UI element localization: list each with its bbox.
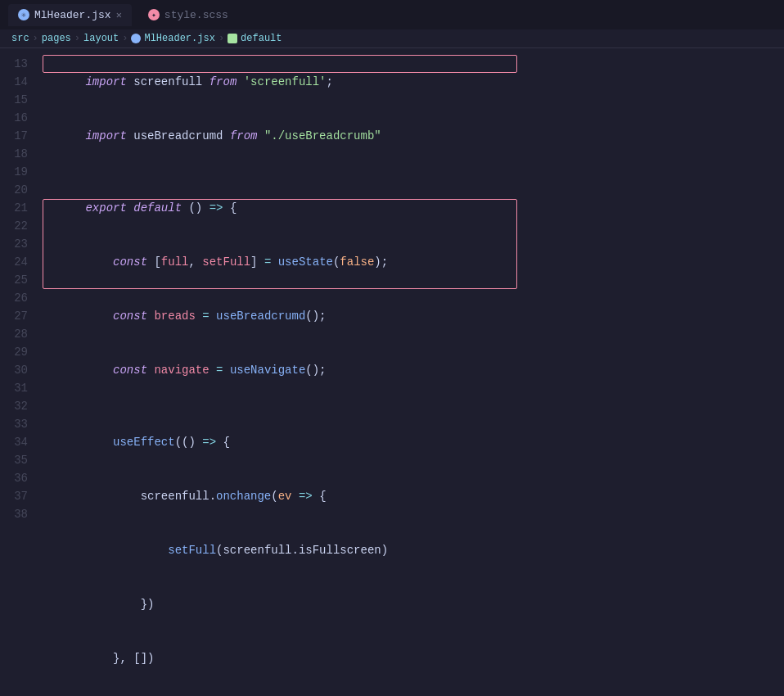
title-bar: ⚛ MlHeader.jsx ✕ ✦ style.scss — [0, 0, 784, 29]
code-line-17: const [full, setFull] = useState(false); — [44, 235, 784, 289]
linenum-18: 18 — [0, 145, 28, 163]
code-line-16: export default () => { — [44, 181, 784, 235]
code-line-18: const breads = useBreadcrumd(); — [44, 289, 784, 343]
linenum-38: 38 — [0, 505, 28, 523]
linenum-13: 13 — [0, 55, 28, 73]
breadcrumb-sep3: › — [122, 33, 128, 44]
code-content[interactable]: import screenfull from 'screenfull'; imp… — [38, 48, 784, 692]
code-line-22: screenfull.onchange(ev => { — [44, 469, 784, 523]
code-line-26 — [44, 685, 784, 692]
breadcrumb-src[interactable]: src — [11, 33, 29, 44]
linenum-37: 37 — [0, 487, 28, 505]
linenum-23: 23 — [0, 235, 28, 253]
breadcrumb-sep2: › — [74, 33, 80, 44]
linenum-28: 28 — [0, 325, 28, 343]
breadcrumb-default[interactable]: default — [241, 33, 282, 44]
linenum-31: 31 — [0, 379, 28, 397]
linenum-25: 25 — [0, 271, 28, 289]
linenum-30: 30 — [0, 361, 28, 379]
linenum-29: 29 — [0, 343, 28, 361]
code-line-24: }) — [44, 577, 784, 631]
linenum-32: 32 — [0, 397, 28, 415]
code-line-15 — [44, 163, 784, 181]
breadcrumb-pages[interactable]: pages — [42, 33, 71, 44]
tab-style-label: style.scss — [164, 9, 228, 21]
editor-area: 13 14 15 16 17 18 19 20 21 22 23 24 25 2… — [0, 48, 784, 692]
tab-mlheader[interactable]: ⚛ MlHeader.jsx ✕ — [8, 4, 132, 26]
linenum-34: 34 — [0, 433, 28, 451]
linenum-36: 36 — [0, 469, 28, 487]
linenum-17: 17 — [0, 127, 28, 145]
code-line-21: useEffect(() => { — [44, 415, 784, 469]
code-line-23: setFull(screenfull.isFullscreen) — [44, 523, 784, 577]
linenum-27: 27 — [0, 307, 28, 325]
linenum-26: 26 — [0, 289, 28, 307]
tab-mlheader-label: MlHeader.jsx — [34, 9, 111, 21]
linenum-15: 15 — [0, 91, 28, 109]
code-line-14: import useBreadcrumd from "./useBreadcru… — [44, 109, 784, 163]
line-numbers: 13 14 15 16 17 18 19 20 21 22 23 24 25 2… — [0, 48, 38, 692]
react-icon — [131, 34, 141, 43]
breadcrumb-sep1: › — [33, 33, 38, 44]
linenum-21: 21 — [0, 199, 28, 217]
jsx-icon: ⚛ — [18, 9, 29, 20]
tab-close-mlheader[interactable]: ✕ — [116, 9, 122, 21]
linenum-33: 33 — [0, 415, 28, 433]
linenum-35: 35 — [0, 451, 28, 469]
breadcrumb-mlheader[interactable]: MlHeader.jsx — [144, 33, 214, 44]
breadcrumb-sep4: › — [219, 33, 224, 44]
scss-icon: ✦ — [148, 9, 160, 20]
linenum-24: 24 — [0, 253, 28, 271]
code-line-19: const navigate = useNavigate(); — [44, 343, 784, 397]
linenum-16: 16 — [0, 109, 28, 127]
code-line-25: }, []) — [44, 631, 784, 685]
code-line-13: import screenfull from 'screenfull'; — [44, 55, 784, 109]
breadcrumb-layout[interactable]: layout — [83, 33, 119, 44]
linenum-22: 22 — [0, 217, 28, 235]
linenum-20: 20 — [0, 181, 28, 199]
default-icon — [228, 34, 237, 43]
linenum-19: 19 — [0, 163, 28, 181]
breadcrumb: src › pages › layout › MlHeader.jsx › de… — [0, 29, 784, 48]
linenum-14: 14 — [0, 73, 28, 91]
tab-style[interactable]: ✦ style.scss — [138, 4, 238, 26]
code-line-20 — [44, 397, 784, 415]
